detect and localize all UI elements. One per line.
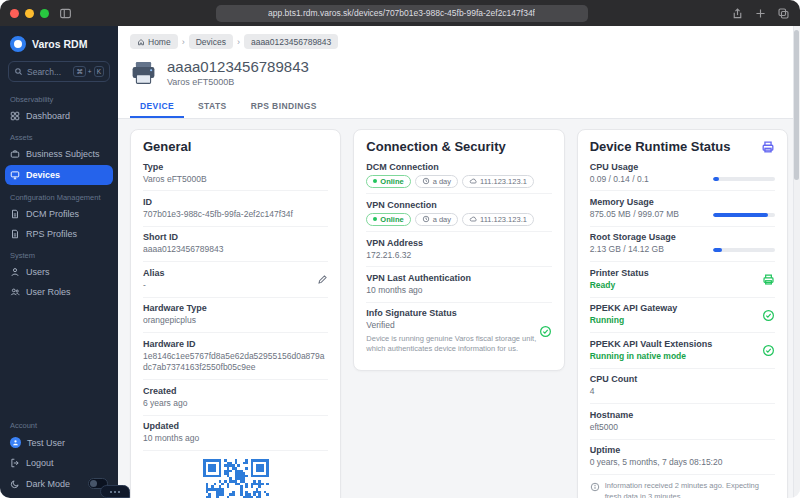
document-icon	[10, 209, 20, 219]
field-hardware-type: Hardware Type orangepicplus	[143, 298, 328, 333]
zoom-window-button[interactable]	[40, 9, 49, 18]
section-label-assets: Assets	[10, 133, 108, 142]
sidebar-toggle-icon[interactable]	[59, 7, 72, 20]
browser-window: app.bts1.rdm.varos.sk/devices/707b01e3-9…	[0, 0, 800, 498]
briefcase-icon	[10, 149, 20, 159]
sidebar-item-rps-profiles[interactable]: RPS Profiles	[0, 224, 118, 244]
users-icon	[10, 287, 20, 297]
online-dot-icon	[373, 217, 377, 221]
breadcrumb-device-id[interactable]: aaaa0123456789843	[244, 34, 338, 49]
page-subtitle: Varos eFT5000B	[167, 77, 309, 87]
check-circle-icon	[762, 344, 775, 357]
section-label-configuration: Configuration Management	[10, 193, 108, 202]
logo-icon	[10, 36, 26, 52]
field-dcm-connection: DCM Connection Online a day 111.123.123.…	[366, 156, 551, 194]
share-icon[interactable]	[731, 7, 744, 20]
field-id: ID 707b01e3-988c-45fb-99fa-2ef2c147f34f	[143, 191, 328, 226]
tab-device[interactable]: DEVICE	[130, 94, 184, 118]
chat-bubble-button[interactable]	[100, 485, 130, 498]
logout-button[interactable]: Logout	[0, 453, 118, 473]
page-url: app.bts1.rdm.varos.sk/devices/707b01e3-9…	[268, 8, 535, 18]
printer-icon	[761, 140, 775, 154]
tab-stats[interactable]: STATS	[188, 94, 237, 118]
cards-grid: General Type Varos eFT5000B ID 707b01e3-…	[118, 119, 800, 498]
row-storage-usage: Root Storage Usage 2.13 GB / 14.12 GB	[590, 227, 775, 262]
address-bar[interactable]: app.bts1.rdm.varos.sk/devices/707b01e3-9…	[216, 5, 588, 22]
general-card: General Type Varos eFT5000B ID 707b01e3-…	[130, 129, 341, 498]
row-cpu-count: CPU Count 4	[590, 369, 775, 404]
sidebar: Varos RDM Search... ⌘+K Observability Da…	[0, 26, 118, 498]
sidebar-item-users[interactable]: Users	[0, 262, 118, 282]
runtime-note: Information received 2 minutes ago. Expe…	[590, 475, 775, 498]
section-label-system: System	[10, 251, 108, 260]
sidebar-item-user-roles[interactable]: User Roles	[0, 282, 118, 302]
page-title: aaaa0123456789843	[167, 58, 309, 75]
field-info-signature: Info Signature Status Verified Device is…	[366, 303, 551, 360]
new-tab-icon[interactable]	[754, 7, 767, 20]
printer-icon	[130, 61, 157, 85]
row-uptime: Uptime 0 years, 5 months, 7 days 08:15:2…	[590, 440, 775, 475]
field-short-id: Short ID aaaa0123456789843	[143, 227, 328, 262]
search-input[interactable]: Search... ⌘+K	[8, 61, 110, 82]
printer-ready-icon	[762, 273, 775, 286]
tab-overview-icon[interactable]	[777, 7, 790, 20]
chrome-actions	[731, 7, 790, 20]
shortcut-key-cmd: ⌘	[73, 66, 86, 77]
tab-rps-bindings[interactable]: RPS BINDINGS	[241, 94, 327, 118]
memory-usage-bar	[713, 213, 775, 217]
online-dot-icon	[373, 179, 377, 183]
scrollbar-thumb[interactable]	[794, 30, 799, 180]
home-icon	[137, 38, 145, 46]
card-title-runtime: Device Runtime Status	[590, 139, 731, 154]
field-vpn-last-auth: VPN Last Authentication 10 months ago	[366, 267, 551, 302]
breadcrumb-devices[interactable]: Devices	[189, 34, 233, 49]
breadcrumb-separator: ›	[237, 37, 240, 47]
sidebar-item-business-subjects[interactable]: Business Subjects	[0, 144, 118, 164]
search-placeholder: Search...	[27, 67, 61, 77]
sidebar-item-dcm-profiles[interactable]: DCM Profiles	[0, 204, 118, 224]
ip-badge: 111.123.123.1	[462, 213, 534, 226]
sidebar-item-devices[interactable]: Devices	[5, 165, 113, 185]
account-section: Account Test User Logout Dark Mode	[0, 414, 118, 498]
breadcrumb: Home › Devices › aaaa0123456789843	[118, 26, 800, 49]
scrollbar-track[interactable]	[793, 26, 800, 498]
check-circle-icon	[539, 325, 552, 338]
sidebar-item-dashboard[interactable]: Dashboard	[0, 106, 118, 126]
status-badge-online: Online	[366, 213, 410, 226]
main-content: Home › Devices › aaaa0123456789843 aaaa0…	[118, 26, 800, 498]
section-label-account: Account	[10, 421, 108, 430]
check-circle-icon	[762, 309, 775, 322]
app-logo[interactable]: Varos RDM	[0, 26, 118, 61]
row-vault-extensions: PPEKK API Vault Extensions Running in na…	[590, 333, 775, 368]
avatar	[10, 437, 21, 448]
field-updated: Updated 10 months ago	[143, 416, 328, 451]
field-vpn-address: VPN Address 172.21.6.32	[366, 232, 551, 267]
devices-icon	[10, 170, 20, 180]
row-memory-usage: Memory Usage 875.05 MB / 999.07 MB	[590, 191, 775, 226]
section-label-observability: Observability	[10, 95, 108, 104]
field-alias: Alias -	[143, 262, 328, 297]
minimize-window-button[interactable]	[25, 9, 34, 18]
connection-security-card: Connection & Security DCM Connection Onl…	[353, 129, 564, 371]
storage-usage-bar	[713, 248, 775, 252]
clock-icon	[422, 215, 430, 223]
card-title-connection: Connection & Security	[366, 139, 505, 154]
page-header: Home › Devices › aaaa0123456789843 aaaa0…	[118, 26, 800, 119]
user-icon	[10, 267, 20, 277]
field-type: Type Varos eFT5000B	[143, 156, 328, 191]
breadcrumb-home[interactable]: Home	[130, 34, 178, 49]
clock-icon	[422, 177, 430, 185]
cloud-icon	[469, 215, 477, 223]
document-icon	[10, 229, 20, 239]
cloud-icon	[469, 177, 477, 185]
close-window-button[interactable]	[10, 9, 19, 18]
age-badge: a day	[415, 175, 458, 188]
edit-alias-icon[interactable]	[317, 274, 328, 285]
device-header: aaaa0123456789843 Varos eFT5000B	[118, 49, 800, 87]
row-api-gateway: PPEKK API Gateway Running	[590, 298, 775, 333]
account-user[interactable]: Test User	[0, 432, 118, 453]
runtime-status-card: Device Runtime Status CPU Usage 0.09 / 0…	[577, 129, 788, 498]
cpu-usage-bar	[713, 177, 775, 181]
field-vpn-connection: VPN Connection Online a day 111.123.123.…	[366, 194, 551, 232]
info-icon	[590, 482, 600, 492]
